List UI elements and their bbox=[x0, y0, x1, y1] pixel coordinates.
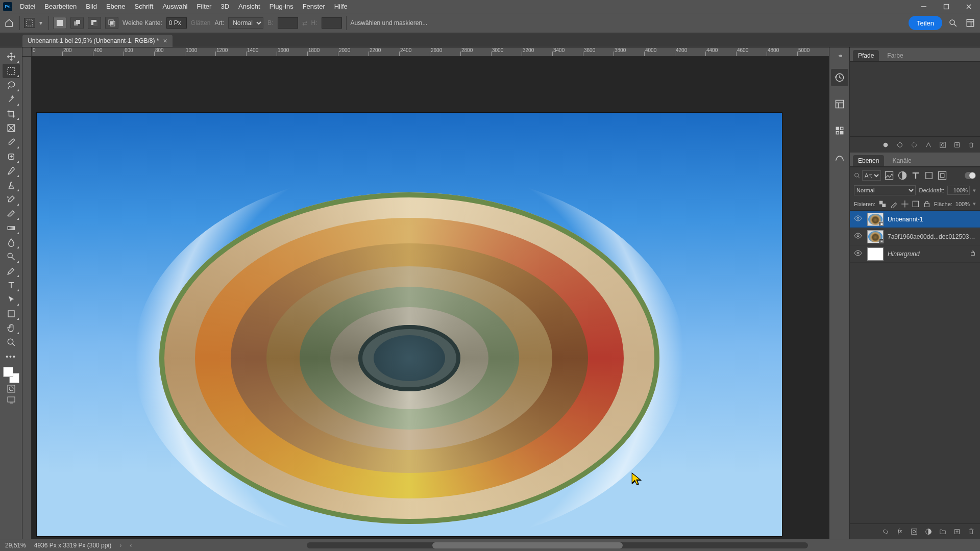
canvas[interactable] bbox=[32, 57, 829, 539]
current-tool-preset[interactable] bbox=[24, 18, 35, 28]
shape-tool[interactable] bbox=[3, 307, 20, 321]
clone-stamp-tool[interactable] bbox=[3, 178, 20, 192]
close-tab-icon[interactable]: × bbox=[163, 37, 167, 45]
menu-image[interactable]: Bild bbox=[81, 0, 102, 13]
lock-all-icon[interactable] bbox=[923, 199, 931, 209]
visibility-toggle-icon[interactable] bbox=[854, 250, 863, 258]
menu-plugins[interactable]: Plug-ins bbox=[265, 0, 298, 13]
path-select-tool[interactable] bbox=[3, 292, 20, 307]
horizontal-scrollbar[interactable] bbox=[140, 542, 975, 548]
canvas-area[interactable]: 0 200 400 600 800 1000 1200 1400 1600 18… bbox=[22, 47, 829, 539]
filter-toggle[interactable] bbox=[965, 172, 976, 179]
blur-tool[interactable] bbox=[3, 235, 20, 249]
lock-transparency-icon[interactable] bbox=[878, 199, 887, 209]
eyedropper-tool[interactable] bbox=[3, 135, 20, 149]
menu-3d[interactable]: 3D bbox=[216, 0, 234, 13]
workspace-icon[interactable] bbox=[964, 16, 977, 30]
fill-path-icon[interactable] bbox=[881, 140, 890, 149]
menu-view[interactable]: Ansicht bbox=[234, 0, 265, 13]
window-close-button[interactable] bbox=[958, 0, 980, 13]
menu-edit[interactable]: Bearbeiten bbox=[40, 0, 81, 13]
quick-mask-icon[interactable] bbox=[3, 383, 20, 394]
layer-mask-icon[interactable] bbox=[910, 527, 919, 536]
magic-wand-tool[interactable] bbox=[3, 92, 20, 107]
layer-row[interactable]: ▣ 7a9f1960ae00dd...dec012503e4d9 bbox=[850, 228, 980, 245]
link-layers-icon[interactable] bbox=[881, 527, 890, 536]
lasso-tool[interactable] bbox=[3, 78, 20, 92]
menu-layer[interactable]: Ebene bbox=[102, 0, 130, 13]
layer-name[interactable]: Unbenannt-1 bbox=[888, 216, 976, 223]
opacity-input[interactable]: 100% bbox=[947, 186, 970, 195]
properties-panel-icon[interactable] bbox=[831, 95, 848, 113]
chevron-down-icon[interactable]: ▾ bbox=[39, 19, 44, 27]
filter-pixel-icon[interactable] bbox=[884, 170, 894, 181]
hand-tool[interactable] bbox=[3, 321, 20, 335]
history-panel-icon[interactable] bbox=[831, 69, 848, 86]
new-layer-icon[interactable] bbox=[952, 527, 962, 536]
selection-subtract-button[interactable] bbox=[88, 17, 101, 29]
chevron-right-icon[interactable]: › bbox=[119, 542, 121, 549]
tab-layers[interactable]: Ebenen bbox=[853, 155, 884, 166]
menu-window[interactable]: Fenster bbox=[298, 0, 330, 13]
layer-filter-kind-select[interactable]: Art bbox=[862, 170, 881, 181]
frame-tool[interactable] bbox=[3, 121, 20, 135]
stroke-path-icon[interactable] bbox=[895, 140, 904, 149]
expand-dock-icon[interactable]: ◂◂ bbox=[829, 53, 849, 60]
ruler-vertical[interactable] bbox=[22, 57, 32, 539]
chevron-down-icon[interactable]: ▾ bbox=[973, 187, 976, 194]
menu-select[interactable]: Auswahl bbox=[158, 0, 192, 13]
color-swatches[interactable] bbox=[3, 367, 19, 383]
tab-color[interactable]: Farbe bbox=[882, 50, 908, 61]
ruler-horizontal[interactable]: 0 200 400 600 800 1000 1200 1400 1600 18… bbox=[32, 47, 829, 57]
lock-position-icon[interactable] bbox=[901, 199, 909, 209]
eraser-tool[interactable] bbox=[3, 207, 20, 221]
adjustments-panel-icon[interactable] bbox=[831, 148, 848, 166]
delete-path-icon[interactable] bbox=[967, 140, 976, 149]
selection-add-button[interactable] bbox=[70, 17, 84, 29]
lock-artboard-icon[interactable] bbox=[912, 199, 920, 209]
selection-intersect-button[interactable] bbox=[105, 17, 118, 29]
visibility-toggle-icon[interactable] bbox=[854, 215, 863, 223]
menu-filter[interactable]: Filter bbox=[192, 0, 216, 13]
foreground-color-swatch[interactable] bbox=[3, 367, 13, 377]
zoom-tool[interactable] bbox=[3, 335, 20, 349]
select-and-mask-button[interactable]: Auswählen und maskieren... bbox=[351, 19, 428, 27]
layer-thumbnail[interactable]: ▣ bbox=[867, 230, 884, 243]
document-image[interactable] bbox=[37, 113, 782, 536]
new-path-icon[interactable] bbox=[952, 140, 962, 149]
menu-type[interactable]: Schrift bbox=[130, 0, 158, 13]
add-mask-icon[interactable] bbox=[938, 140, 947, 149]
layer-group-icon[interactable] bbox=[938, 527, 947, 536]
layer-name[interactable]: 7a9f1960ae00dd...dec012503e4d9 bbox=[888, 233, 976, 240]
filter-type-icon[interactable] bbox=[911, 170, 921, 181]
pen-tool[interactable] bbox=[3, 264, 20, 278]
filter-adjust-icon[interactable] bbox=[897, 170, 908, 181]
path-to-selection-icon[interactable] bbox=[910, 140, 919, 149]
layer-filter-search[interactable]: Art bbox=[854, 170, 881, 181]
adjustment-layer-icon[interactable] bbox=[924, 527, 933, 536]
edit-toolbar[interactable]: ••• bbox=[3, 349, 20, 364]
history-brush-tool[interactable] bbox=[3, 192, 20, 207]
selection-new-button[interactable] bbox=[53, 17, 66, 29]
chevron-down-icon[interactable]: ▾ bbox=[973, 201, 976, 207]
marquee-tool[interactable] bbox=[3, 64, 20, 78]
share-button[interactable]: Teilen bbox=[909, 16, 942, 30]
window-maximize-button[interactable] bbox=[935, 0, 958, 13]
spot-heal-tool[interactable] bbox=[3, 149, 20, 164]
layer-row[interactable]: Hintergrund bbox=[850, 245, 980, 263]
fill-input[interactable]: 100% bbox=[955, 201, 970, 207]
gradient-tool[interactable] bbox=[3, 221, 20, 235]
document-info[interactable]: 4936 Px x 3319 Px (300 ppi) bbox=[34, 542, 111, 549]
brush-tool[interactable] bbox=[3, 164, 20, 178]
search-icon[interactable] bbox=[946, 16, 960, 30]
tab-paths[interactable]: Pfade bbox=[853, 50, 879, 61]
visibility-toggle-icon[interactable] bbox=[854, 233, 863, 240]
menu-file[interactable]: Datei bbox=[15, 0, 40, 13]
home-icon[interactable] bbox=[3, 17, 15, 29]
crop-tool[interactable] bbox=[3, 107, 20, 121]
filter-smart-icon[interactable] bbox=[937, 170, 947, 181]
layer-list[interactable]: ▣ Unbenannt-1 ▣ 7a9f1960ae00dd...dec0125… bbox=[850, 211, 980, 523]
tab-channels[interactable]: Kanäle bbox=[887, 155, 916, 166]
filter-shape-icon[interactable] bbox=[924, 170, 934, 181]
feather-input[interactable]: 0 Px bbox=[166, 17, 187, 29]
